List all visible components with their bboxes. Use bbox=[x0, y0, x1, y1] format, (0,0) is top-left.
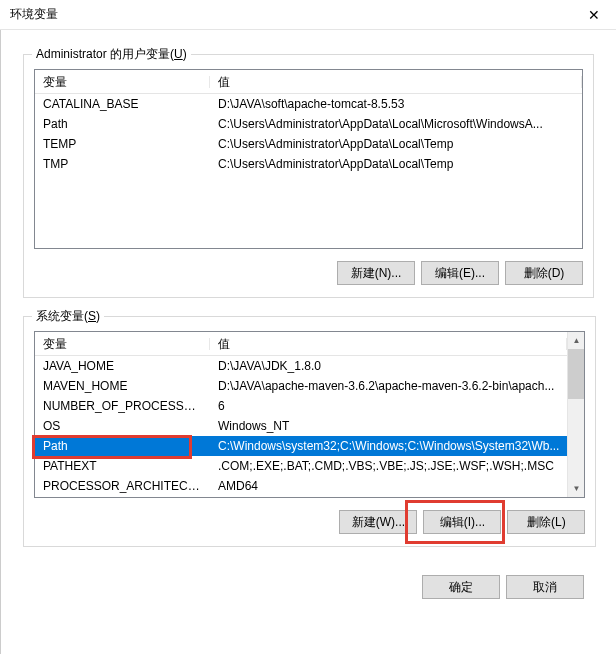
table-row-selected[interactable]: PathC:\Windows\system32;C:\Windows;C:\Wi… bbox=[35, 436, 567, 456]
user-variables-group: Administrator 的用户变量(U) 变量 值 CATALINA_BAS… bbox=[23, 54, 594, 298]
system-table-body: JAVA_HOMED:\JAVA\JDK_1.8.0 MAVEN_HOMED:\… bbox=[35, 356, 567, 498]
system-delete-button[interactable]: 删除(L) bbox=[507, 510, 585, 534]
table-row[interactable]: MAVEN_HOMED:\JAVA\apache-maven-3.6.2\apa… bbox=[35, 376, 567, 396]
dialog-content: Administrator 的用户变量(U) 变量 值 CATALINA_BAS… bbox=[0, 30, 616, 654]
table-row[interactable]: PATHEXT.COM;.EXE;.BAT;.CMD;.VBS;.VBE;.JS… bbox=[35, 456, 567, 476]
system-button-row: 新建(W)... 编辑(I)... 删除(L) bbox=[34, 510, 585, 534]
table-row[interactable]: TEMPC:\Users\Administrator\AppData\Local… bbox=[35, 134, 582, 154]
ok-button[interactable]: 确定 bbox=[422, 575, 500, 599]
table-row[interactable]: PathC:\Users\Administrator\AppData\Local… bbox=[35, 114, 582, 134]
scroll-down-icon[interactable]: ▼ bbox=[568, 480, 584, 497]
close-button[interactable]: ✕ bbox=[571, 0, 616, 30]
header-variable[interactable]: 变量 bbox=[35, 72, 210, 92]
user-delete-button[interactable]: 删除(D) bbox=[505, 261, 583, 285]
window-title: 环境变量 bbox=[10, 6, 58, 23]
table-row[interactable]: NUMBER_OF_PROCESSORS6 bbox=[35, 396, 567, 416]
header-value[interactable]: 值 bbox=[210, 334, 567, 354]
table-row[interactable]: TMPC:\Users\Administrator\AppData\Local\… bbox=[35, 154, 582, 174]
scroll-thumb[interactable] bbox=[568, 349, 584, 399]
scrollbar[interactable]: ▲ ▼ bbox=[567, 332, 584, 497]
scroll-up-icon[interactable]: ▲ bbox=[568, 332, 584, 349]
user-variables-table[interactable]: 变量 值 CATALINA_BASED:\JAVA\soft\apache-to… bbox=[34, 69, 583, 249]
cancel-button[interactable]: 取消 bbox=[506, 575, 584, 599]
close-icon: ✕ bbox=[588, 7, 600, 23]
table-row[interactable]: OSWindows_NT bbox=[35, 416, 567, 436]
system-variables-table[interactable]: 变量 值 JAVA_HOMED:\JAVA\JDK_1.8.0 MAVEN_HO… bbox=[34, 331, 585, 498]
header-variable[interactable]: 变量 bbox=[35, 334, 210, 354]
user-button-row: 新建(N)... 编辑(E)... 删除(D) bbox=[34, 261, 583, 285]
system-edit-button[interactable]: 编辑(I)... bbox=[423, 510, 501, 534]
dialog-button-row: 确定 取消 bbox=[15, 565, 602, 599]
system-group-legend: 系统变量(S) bbox=[32, 308, 104, 325]
user-new-button[interactable]: 新建(N)... bbox=[337, 261, 415, 285]
user-group-legend: Administrator 的用户变量(U) bbox=[32, 46, 191, 63]
titlebar: 环境变量 ✕ bbox=[0, 0, 616, 30]
table-row[interactable]: CATALINA_BASED:\JAVA\soft\apache-tomcat-… bbox=[35, 94, 582, 114]
user-edit-button[interactable]: 编辑(E)... bbox=[421, 261, 499, 285]
system-variables-group: 系统变量(S) 变量 值 JAVA_HOMED:\JAVA\JDK_1.8.0 … bbox=[23, 316, 596, 547]
header-value[interactable]: 值 bbox=[210, 72, 582, 92]
user-table-body: CATALINA_BASED:\JAVA\soft\apache-tomcat-… bbox=[35, 94, 582, 250]
system-new-button[interactable]: 新建(W)... bbox=[339, 510, 417, 534]
table-row[interactable]: JAVA_HOMED:\JAVA\JDK_1.8.0 bbox=[35, 356, 567, 376]
system-table-header: 变量 值 bbox=[35, 332, 567, 356]
user-table-header: 变量 值 bbox=[35, 70, 582, 94]
table-row[interactable]: PROCESSOR_ARCHITECT...AMD64 bbox=[35, 476, 567, 496]
